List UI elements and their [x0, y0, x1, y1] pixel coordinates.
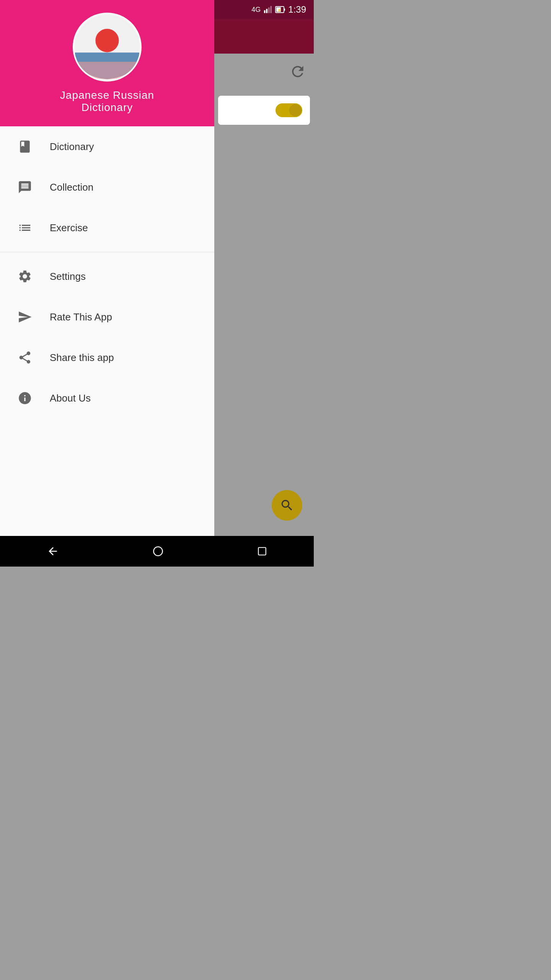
svg-rect-1 [266, 9, 268, 13]
svg-rect-5 [284, 8, 285, 11]
svg-rect-11 [258, 547, 266, 555]
toggle-switch[interactable] [276, 103, 302, 117]
menu-item-settings[interactable]: Settings [0, 256, 214, 297]
menu-divider [0, 252, 214, 252]
menu-item-collection[interactable]: Collection [0, 167, 214, 207]
about-label: About Us [50, 392, 91, 404]
app-title: Japanese Russian Dictionary [60, 89, 154, 114]
book-icon [15, 137, 34, 156]
rate-label: Rate This App [50, 311, 112, 323]
dictionary-label: Dictionary [50, 141, 94, 153]
collection-label: Collection [50, 181, 93, 193]
list-icon [15, 218, 34, 237]
exercise-label: Exercise [50, 222, 88, 234]
time-display: 1:39 [288, 4, 306, 15]
menu-item-dictionary[interactable]: Dictionary [0, 126, 214, 167]
search-fab-button[interactable] [272, 490, 302, 521]
settings-card [218, 96, 310, 125]
svg-rect-0 [264, 10, 266, 13]
share-icon [15, 348, 34, 367]
drawer-menu: Dictionary Collection Exercise [0, 126, 214, 536]
svg-point-10 [153, 547, 162, 555]
refresh-button[interactable] [289, 63, 306, 83]
signal-bars [264, 5, 272, 14]
app-title-line1: Japanese Russian [60, 89, 154, 101]
settings-label: Settings [50, 271, 86, 283]
battery-icon: ⚡ [275, 5, 285, 14]
send-icon [15, 307, 34, 327]
svg-rect-3 [271, 6, 272, 13]
app-logo [73, 13, 142, 82]
primary-menu-section: Dictionary Collection Exercise [0, 126, 214, 248]
menu-item-share[interactable]: Share this app [0, 337, 214, 378]
navigation-bar [0, 536, 314, 567]
menu-item-rate[interactable]: Rate This App [0, 297, 214, 337]
app-title-line2: Dictionary [60, 101, 154, 114]
svg-rect-2 [268, 8, 270, 13]
home-button[interactable] [153, 546, 163, 557]
back-button[interactable] [47, 545, 59, 557]
secondary-menu-section: Settings Rate This App Share this app [0, 256, 214, 418]
drawer-header: Japanese Russian Dictionary [0, 0, 214, 126]
chat-icon [15, 178, 34, 197]
navigation-drawer: Japanese Russian Dictionary Dictionary [0, 0, 214, 536]
share-label: Share this app [50, 352, 114, 364]
signal-icon: 4G [251, 6, 261, 14]
settings-icon [15, 267, 34, 286]
menu-item-about[interactable]: About Us [0, 378, 214, 418]
info-icon [15, 389, 34, 408]
menu-item-exercise[interactable]: Exercise [0, 207, 214, 248]
svg-point-9 [95, 29, 119, 52]
svg-text:⚡: ⚡ [277, 8, 282, 13]
toolbar [214, 19, 314, 54]
recents-button[interactable] [257, 546, 267, 556]
